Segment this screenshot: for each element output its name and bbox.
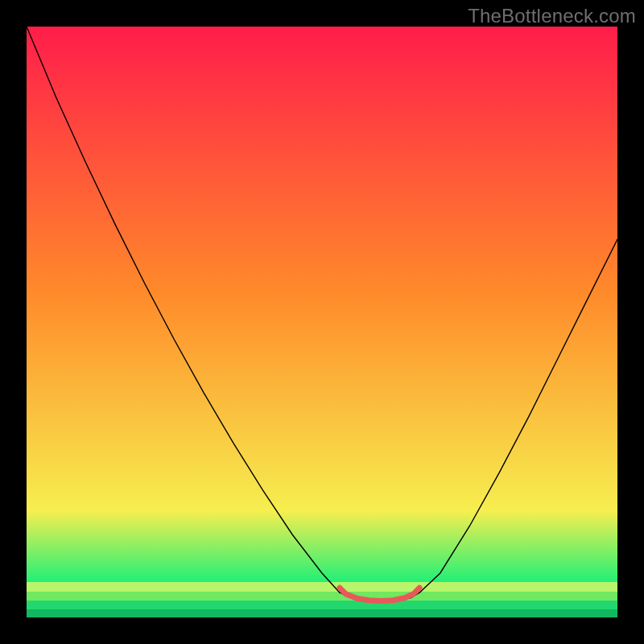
green-band-3: [27, 601, 617, 609]
chart-frame: TheBottleneck.com: [0, 0, 644, 644]
plot-svg: [27, 27, 617, 617]
gradient-background: [27, 27, 617, 617]
green-band-4: [27, 609, 617, 617]
green-band-2: [27, 592, 617, 601]
green-band-1: [27, 582, 617, 592]
watermark-text: TheBottleneck.com: [468, 5, 636, 27]
plot-area: [27, 27, 617, 617]
